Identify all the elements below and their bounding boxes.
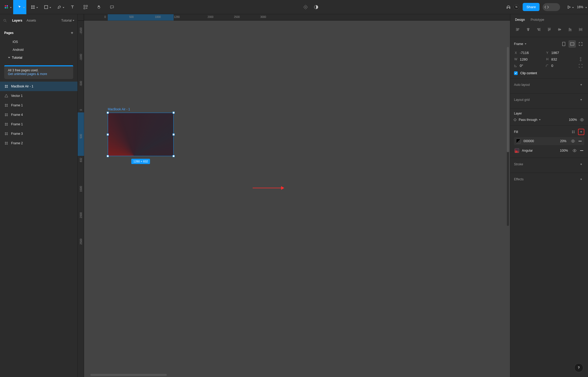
align-vcenter-button[interactable] [555,26,564,33]
tab-prototype[interactable]: Prototype [531,18,544,22]
ruler-horizontal[interactable]: 050010001280200025003000 [84,14,510,21]
page-item-android[interactable]: Android [0,46,77,54]
w-field[interactable]: W [514,57,543,62]
tab-design[interactable]: Design [515,18,525,22]
layer-name: Vector 1 [11,94,23,98]
h-field[interactable]: H [546,57,575,62]
fill-visibility-toggle[interactable] [572,148,577,153]
help-button[interactable]: ? [574,363,583,372]
align-top-button[interactable] [545,26,554,33]
scrollbar-v-thumb[interactable] [507,47,509,152]
fill-opacity[interactable]: 20% [560,139,566,143]
fill-hex[interactable]: Angular [522,149,533,152]
scrollbar-h-thumb[interactable] [90,374,167,376]
pages-section-header: Pages + [0,27,77,38]
layer-item[interactable]: MacBook Air - 1 [0,82,77,91]
x-field[interactable]: X [514,51,543,55]
dark-mode-toggle[interactable] [311,0,321,14]
resize-handle-tr[interactable] [173,112,175,114]
layer-item[interactable]: Frame 1 [0,101,77,110]
orientation-landscape-button[interactable] [569,40,576,48]
y-field[interactable]: Y [546,51,575,55]
orientation-portrait-button[interactable] [560,40,567,48]
x-input[interactable] [520,51,536,55]
ruler-vertical[interactable]: -1500-1000-5000500832150020002500 [78,21,84,377]
zoom-dropdown[interactable]: 16% [574,5,588,9]
main-menu-button[interactable] [0,0,13,14]
fill-hex[interactable]: 000000 [523,139,534,143]
resize-handle-mr[interactable] [173,133,175,136]
add-effect-button[interactable]: + [578,176,584,182]
add-auto-layout-button[interactable]: + [578,82,584,88]
components-indicator[interactable] [300,0,311,14]
page-item-tutorial[interactable]: Tutorial [0,54,77,62]
align-right-button[interactable] [534,26,543,33]
ruler-tick: 1500 [80,185,82,193]
promo-link[interactable]: Get unlimited pages & more [8,72,70,76]
rotation-input[interactable] [520,64,536,68]
svg-rect-5 [84,5,85,7]
rotation-field[interactable] [514,64,543,68]
resize-handle-bl[interactable] [107,155,109,157]
resize-handle-br[interactable] [173,155,175,157]
layer-item[interactable]: Frame 2 [0,138,77,148]
resize-handle-tl[interactable] [107,112,109,114]
add-page-button[interactable]: + [71,31,73,35]
move-tool-button[interactable] [13,0,26,14]
add-stroke-button[interactable]: + [578,161,584,167]
h-input[interactable] [551,57,567,61]
add-layout-grid-button[interactable]: + [578,97,584,103]
independent-corners-button[interactable] [577,64,584,68]
y-input[interactable] [551,51,567,55]
layer-item[interactable]: Frame 4 [0,110,77,120]
layer-opacity-value[interactable]: 100% [569,118,577,122]
hand-tool-button[interactable] [92,0,105,14]
canvas-stage[interactable]: MacBook Air - 1 1280 × 832 [84,21,510,377]
align-hcenter-button[interactable] [523,26,533,33]
text-tool-button[interactable] [66,0,79,14]
user-avatar[interactable]: N [514,4,519,10]
constrain-proportions-button[interactable] [577,57,584,62]
tab-layers[interactable]: Layers [12,19,22,22]
resize-handle-ml[interactable] [107,133,109,136]
w-input[interactable] [520,57,536,61]
radius-field[interactable] [546,64,575,68]
file-menu[interactable]: Tutorial [61,19,74,22]
blend-mode-dropdown[interactable]: Pass through [519,118,541,122]
radius-input[interactable] [551,64,567,68]
fill-styles-button[interactable] [570,129,576,135]
shape-tool-button[interactable] [40,0,53,14]
dev-mode-toggle[interactable] [543,3,560,11]
add-fill-button[interactable]: + [578,129,584,135]
fill-swatch[interactable] [514,148,519,153]
resources-button[interactable] [79,0,92,14]
align-left-button[interactable] [513,26,522,33]
clip-content-checkbox[interactable] [514,71,518,75]
fill-swatch[interactable] [516,139,521,143]
remove-fill-button[interactable] [578,139,582,143]
support-button[interactable] [503,0,514,14]
align-bottom-button[interactable] [565,26,575,33]
comment-tool-button[interactable] [105,0,119,14]
frame-tool-button[interactable] [26,0,40,14]
tab-assets[interactable]: Assets [27,19,36,22]
layer-item[interactable]: Frame 1 [0,120,77,129]
fill-opacity[interactable]: 100% [560,149,568,152]
scrollbar-vertical[interactable] [507,47,509,226]
resize-to-fit-button[interactable] [577,40,584,48]
scrollbar-horizontal[interactable] [90,374,506,376]
share-button[interactable]: Share [523,3,540,11]
layer-item[interactable]: Frame 3 [0,129,77,138]
distribute-button[interactable] [576,26,585,33]
layer-item[interactable]: Vector 1 [0,91,77,101]
remove-fill-button[interactable] [580,148,584,153]
selected-frame[interactable] [108,113,174,156]
fill-visibility-toggle[interactable] [571,139,575,143]
search-icon[interactable] [3,19,7,22]
layer-visibility-toggle[interactable] [580,117,584,122]
frame-label[interactable]: MacBook Air - 1 [108,107,130,111]
pen-tool-button[interactable] [53,0,66,14]
page-item-ios[interactable]: iOS [0,38,77,46]
present-button[interactable] [564,2,574,12]
frame-type-dropdown[interactable]: Frame [514,42,526,46]
